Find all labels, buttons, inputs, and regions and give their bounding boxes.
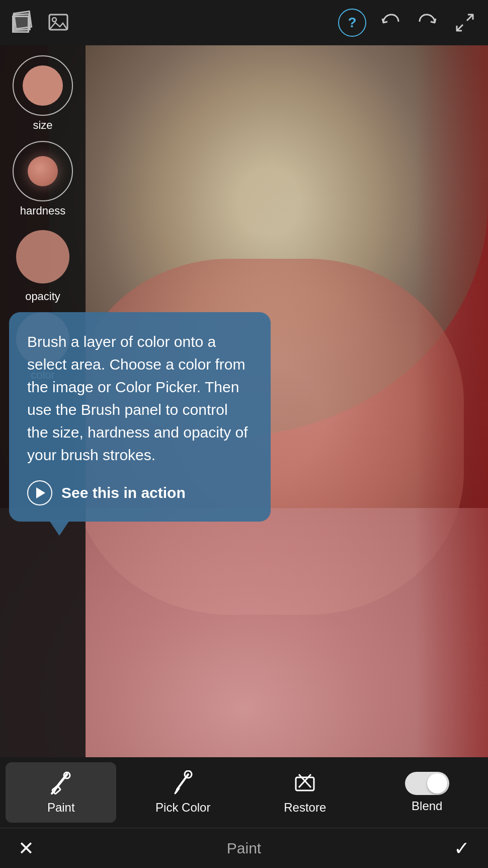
cancel-button[interactable]: ✕ (18, 837, 34, 859)
redo-icon (417, 12, 439, 34)
image-icon (47, 12, 69, 34)
restore-label: Restore (284, 801, 326, 815)
pick-color-icon (170, 770, 196, 797)
undo-icon (379, 12, 401, 34)
size-control[interactable]: size (13, 55, 73, 132)
opacity-inner-circle (16, 230, 69, 283)
hardness-label: hardness (20, 204, 66, 218)
tool-pick-color[interactable]: Pick Color (128, 762, 238, 823)
svg-rect-12 (296, 777, 314, 790)
svg-point-1 (52, 18, 56, 22)
play-icon (27, 480, 52, 505)
restore-icon (292, 770, 318, 797)
help-label: ? (348, 15, 356, 31)
size-inner-circle (23, 65, 63, 106)
tooltip-action-label: See this in action (61, 484, 186, 501)
tooltip-popup: Brush a layer of color onto a select are… (9, 312, 271, 522)
size-label: size (33, 119, 52, 132)
svg-line-3 (457, 25, 463, 31)
expand-button[interactable] (452, 10, 478, 36)
opacity-outer-circle (13, 227, 73, 287)
bottom-action-bar: ✕ Paint ✓ (0, 828, 488, 868)
play-triangle (36, 487, 45, 498)
redo-button[interactable] (415, 10, 441, 36)
tool-blend[interactable]: Blend (372, 764, 482, 821)
tooltip-action-button[interactable]: See this in action (27, 480, 253, 505)
blend-toggle[interactable] (405, 772, 449, 795)
hardness-control[interactable]: hardness (13, 141, 73, 218)
confirm-button[interactable]: ✓ (454, 837, 470, 859)
image-button[interactable] (45, 10, 71, 36)
paint-icon (48, 770, 74, 797)
paint-label: Paint (47, 801, 75, 815)
action-bar-title: Paint (227, 840, 261, 857)
pick-color-label: Pick Color (155, 801, 210, 815)
top-bar-right: ? (338, 9, 478, 37)
hardness-inner-circle (28, 156, 58, 186)
undo-button[interactable] (377, 10, 403, 36)
top-bar: ? (0, 0, 488, 45)
layers-button[interactable] (10, 10, 36, 36)
svg-line-2 (467, 15, 473, 21)
tool-paint[interactable]: Paint (6, 762, 116, 823)
expand-icon (454, 12, 476, 34)
toggle-knob (427, 773, 447, 793)
opacity-control[interactable]: opacity (13, 227, 73, 303)
opacity-label: opacity (25, 290, 60, 303)
size-outer-circle (13, 55, 73, 116)
side-accent (415, 45, 489, 757)
layers-icon (12, 12, 34, 34)
bottom-toolbar: Paint Pick Color Restore Blend (0, 757, 488, 828)
tool-restore[interactable]: Restore (250, 762, 360, 823)
blend-label: Blend (412, 799, 442, 813)
tooltip-body: Brush a layer of color onto a select are… (27, 330, 253, 466)
top-bar-left (10, 10, 71, 36)
hardness-outer-circle (13, 141, 73, 201)
help-button[interactable]: ? (338, 9, 366, 37)
